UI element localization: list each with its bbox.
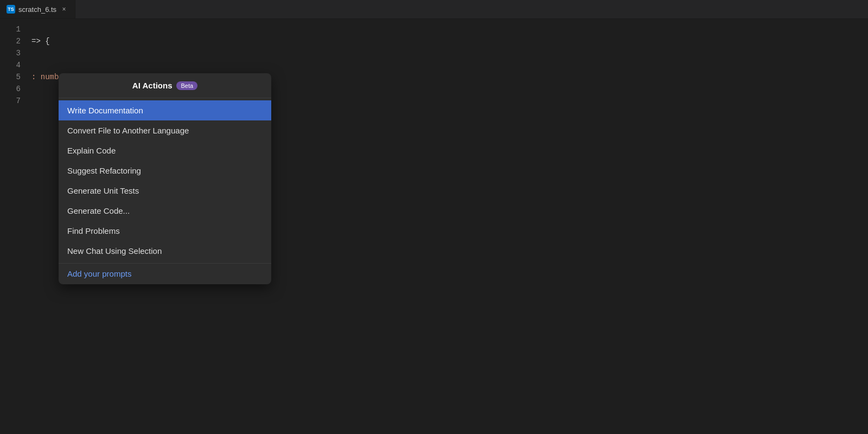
dropdown-footer: Add your prompts bbox=[59, 263, 271, 284]
menu-item-explain-code[interactable]: Explain Code bbox=[59, 141, 271, 161]
line-number: 1 bbox=[0, 23, 21, 35]
dropdown-items-list: Write Documentation Convert File to Anot… bbox=[59, 98, 271, 263]
line-number: 2 bbox=[0, 35, 21, 47]
code-line-4 bbox=[27, 59, 868, 71]
tab-filename: scratch_6.ts bbox=[18, 5, 56, 14]
menu-item-suggest-refactoring[interactable]: Suggest Refactoring bbox=[59, 161, 271, 181]
beta-badge: Beta bbox=[176, 81, 197, 90]
code-line-3 bbox=[27, 47, 868, 59]
tab-close-button[interactable]: × bbox=[60, 5, 68, 14]
menu-item-new-chat[interactable]: New Chat Using Selection bbox=[59, 241, 271, 261]
menu-item-convert-file[interactable]: Convert File to Another Language bbox=[59, 120, 271, 141]
menu-item-generate-unit-tests[interactable]: Generate Unit Tests bbox=[59, 181, 271, 201]
editor-area: 1 2 3 4 5 6 7 => { : number) => { AI Act… bbox=[0, 19, 868, 434]
code-line-1 bbox=[27, 23, 868, 35]
ai-actions-dropdown: AI Actions Beta Write Documentation Conv… bbox=[59, 73, 271, 284]
line-number: 6 bbox=[0, 83, 21, 95]
menu-item-find-problems[interactable]: Find Problems bbox=[59, 221, 271, 241]
line-number: 3 bbox=[0, 47, 21, 59]
dropdown-title: AI Actions bbox=[132, 81, 173, 90]
code-line-2: => { bbox=[27, 35, 868, 47]
line-numbers: 1 2 3 4 5 6 7 bbox=[0, 19, 27, 434]
menu-item-generate-code[interactable]: Generate Code... bbox=[59, 201, 271, 221]
menu-item-write-documentation[interactable]: Write Documentation bbox=[59, 100, 271, 120]
line-number: 5 bbox=[0, 71, 21, 83]
line-number: 7 bbox=[0, 95, 21, 107]
dropdown-header: AI Actions Beta bbox=[59, 73, 271, 98]
add-prompts-link[interactable]: Add your prompts bbox=[67, 269, 131, 278]
typescript-icon: TS bbox=[7, 5, 15, 14]
tab-bar: TS scratch_6.ts × bbox=[0, 0, 868, 19]
line-number: 4 bbox=[0, 59, 21, 71]
file-tab[interactable]: TS scratch_6.ts × bbox=[0, 0, 75, 18]
